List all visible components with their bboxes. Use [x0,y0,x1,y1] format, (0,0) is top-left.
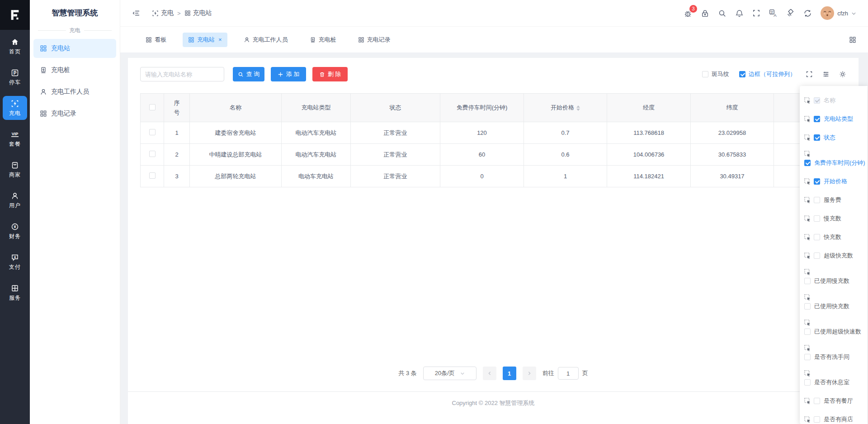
pin-column-icon[interactable] [804,134,811,141]
sort-toggle[interactable] [576,105,580,111]
column-checkbox[interactable] [814,416,820,423]
zebra-toggle[interactable]: 斑马纹 [702,70,729,78]
column-option-super-count[interactable]: 超级快充数 [804,250,856,261]
sidebar-item-pile[interactable]: 充电桩 [33,61,116,80]
pin-column-icon[interactable] [804,252,811,259]
pin-column-icon[interactable] [804,197,811,204]
refresh-icon[interactable] [803,9,812,18]
rail-item-parking[interactable]: P 停车 [3,65,27,89]
query-button[interactable]: 查 询 [233,67,264,81]
column-checkbox[interactable] [814,197,820,203]
column-option-store[interactable]: 是否有商店 [804,414,856,424]
column-option-fast-count[interactable]: 快充数 [804,232,856,243]
column-checkbox[interactable] [814,178,820,185]
prev-page-button[interactable] [483,367,496,380]
rail-item-finance[interactable]: ¥ 财务 [3,219,27,243]
page-size-select[interactable]: 20条/页 [423,367,476,380]
bug-icon[interactable]: 3 [684,9,692,18]
pin-column-icon[interactable] [804,97,811,104]
user-menu[interactable]: cfzh [821,6,856,20]
sidebar-item-station[interactable]: 充电站 [33,39,116,58]
lock-icon[interactable] [701,9,709,18]
tab-station[interactable]: 充电站 × [183,33,227,47]
table-row[interactable]: 3 总部两轮充电站 电动车充电站 正常营业 0 1 114.182421 30.… [141,166,859,187]
column-option-service-fee[interactable]: 服务费 [804,195,856,205]
table-row[interactable]: 2 中晴建设总部充电站 电动汽车充电站 正常营业 60 0.6 104.0067… [141,144,859,166]
select-all-checkbox[interactable] [149,104,156,110]
column-option-free-parking[interactable]: 免费停车时间(分钟) [804,151,856,168]
column-option-slow-count[interactable]: 慢充数 [804,213,856,224]
column-option-name[interactable]: 名称 [804,95,856,106]
pin-column-icon[interactable] [804,345,811,352]
column-option-lounge[interactable]: 是否有休息室 [804,370,856,388]
column-option-used-slow[interactable]: 已使用慢充数 [804,269,856,286]
column-option-restroom[interactable]: 是否有洗手间 [804,345,856,362]
tags-icon[interactable] [786,9,795,18]
goto-page-input[interactable] [558,367,579,380]
column-checkbox[interactable] [804,329,811,335]
column-checkbox[interactable] [804,379,811,386]
column-option-type[interactable]: 充电站类型 [804,114,856,124]
column-checkbox[interactable] [814,398,820,404]
rail-item-vip[interactable]: VIP 套餐 [3,127,27,151]
border-toggle[interactable]: 边框（可拉伸列） [739,70,796,78]
column-checkbox[interactable] [804,160,811,166]
zebra-checkbox[interactable] [702,71,708,77]
pin-column-icon[interactable] [804,398,811,405]
pin-column-icon[interactable] [804,116,811,123]
table-row[interactable]: 1 建委宿舍充电站 电动汽车充电站 正常营业 120 0.7 113.76861… [141,122,859,144]
pin-column-icon[interactable] [804,370,811,377]
column-option-used-fast[interactable]: 已使用快充数 [804,294,856,312]
pin-column-icon[interactable] [804,178,811,185]
next-page-button[interactable] [523,367,536,380]
fullscreen-icon[interactable] [752,9,760,17]
column-checkbox[interactable] [814,234,820,240]
app-logo[interactable] [0,0,30,30]
column-checkbox[interactable] [814,134,820,141]
add-button[interactable]: 添 加 [271,67,306,81]
tab-record[interactable]: 充电记录 [353,33,396,47]
table-fullscreen-icon[interactable] [806,71,813,78]
column-checkbox[interactable] [804,303,811,310]
column-custom-icon[interactable] [822,71,830,78]
breadcrumb-charge[interactable]: 充电 [152,9,174,17]
row-checkbox[interactable] [149,172,156,179]
pin-column-icon[interactable] [804,319,811,326]
rail-item-service[interactable]: 服务 [3,281,27,305]
column-checkbox[interactable] [804,354,811,360]
tab-dashboard[interactable]: 看板 [140,33,172,47]
pin-column-icon[interactable] [804,416,811,423]
sidebar-item-worker[interactable]: 充电工作人员 [33,82,116,101]
row-checkbox[interactable] [149,129,156,135]
sidebar-item-record[interactable]: 充电记录 [33,104,116,123]
column-checkbox[interactable] [804,278,811,284]
pin-column-icon[interactable] [804,269,811,276]
search-input[interactable] [140,67,224,81]
column-option-used-super[interactable]: 已使用超级快速数 [804,319,856,337]
rail-item-shop[interactable]: 商家 [3,157,27,181]
column-checkbox[interactable] [814,252,820,259]
breadcrumb-station[interactable]: 充电站 [184,9,212,17]
collapse-menu-icon[interactable] [132,9,140,17]
pin-column-icon[interactable] [804,215,811,222]
current-page-button[interactable]: 1 [503,367,516,380]
pin-column-icon[interactable] [804,234,811,241]
row-checkbox[interactable] [149,151,156,157]
bell-icon[interactable] [735,9,744,18]
rail-item-payment[interactable]: ¥ 支付 [3,250,27,274]
rail-item-charge[interactable]: 充电 [3,96,27,120]
rail-item-user[interactable]: 用户 [3,188,27,212]
tab-list-icon[interactable] [849,36,856,43]
pin-column-icon[interactable] [804,151,811,157]
tab-pile[interactable]: 充电桩 [304,33,342,47]
delete-button[interactable]: 删 除 [312,67,348,81]
pin-column-icon[interactable] [804,294,811,301]
column-checkbox[interactable] [814,215,820,222]
column-checkbox[interactable] [814,116,820,122]
rail-item-home[interactable]: 首页 [3,34,27,58]
border-checkbox[interactable] [739,71,745,77]
column-checkbox[interactable] [814,97,820,104]
gear-icon[interactable] [839,71,846,78]
column-option-restaurant[interactable]: 是否有餐厅 [804,395,856,406]
tab-worker[interactable]: 充电工作人员 [238,33,293,47]
